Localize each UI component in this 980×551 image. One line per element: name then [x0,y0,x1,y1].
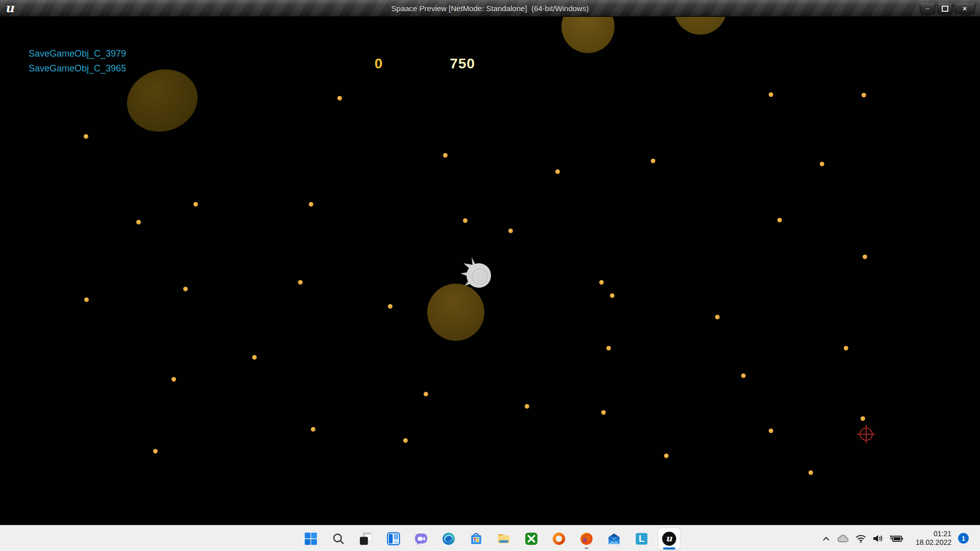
star [172,377,176,382]
star [153,449,158,454]
minimize-icon: ─ [925,6,929,12]
star [861,416,865,421]
debug-log: SaveGameObj_C_3979 SaveGameObj_C_3965 [29,46,126,76]
star [309,202,313,207]
planet [561,17,615,53]
notification-badge[interactable]: 1 [958,533,969,544]
star [715,315,720,319]
close-button[interactable]: ✕ [954,4,975,14]
star [525,404,529,409]
taskbar-l-app-button[interactable]: L [630,528,653,550]
star [424,392,428,396]
star [508,229,513,233]
star [136,220,141,224]
star [337,96,342,101]
taskbar-unreal-button[interactable]: u [658,528,680,550]
clock-time: 01:21 [916,530,951,538]
taskbar-office-button[interactable] [548,528,570,550]
game-viewport[interactable]: SaveGameObj_C_3979 SaveGameObj_C_3965 0 … [0,17,980,525]
taskbar-edge-button[interactable] [437,528,460,550]
active-window-indicator [663,547,675,549]
star [610,293,615,298]
planet [674,17,727,35]
window-controls: ─ ✕ [920,4,975,14]
player-ship [456,255,495,294]
desktop-screen: u Spaace Preview [NetMode: Standalone] (… [0,0,980,551]
star [388,304,393,309]
star [651,159,655,163]
taskbar-app-icons: L u [300,525,680,551]
star [862,93,866,97]
unreal-glyph: u [666,533,672,543]
running-indicator [585,547,589,549]
star [863,255,867,259]
chevron-up-icon[interactable] [822,536,830,542]
file-explorer-icon [497,532,510,545]
taskbar-mail-button[interactable] [603,528,625,550]
wifi-icon[interactable] [855,535,866,543]
star [601,410,606,415]
chat-icon [414,532,428,545]
taskbar-store-button[interactable] [465,528,487,550]
onedrive-cloud-icon[interactable] [837,534,849,543]
taskbar-chat-button[interactable] [410,528,432,550]
taskbar-start-button[interactable] [300,528,322,550]
star [252,355,257,360]
taskbar-firefox-button[interactable] [575,528,598,550]
firefox-icon [580,532,593,545]
score-value: 0 [375,56,383,72]
star [311,427,315,432]
star [443,153,448,158]
star [769,92,773,97]
clock-date: 18.02.2022 [916,538,951,547]
window-title: Spaace Preview [NetMode: Standalone] (64… [0,0,980,17]
star [844,346,848,350]
star [463,218,468,223]
office-icon [552,532,566,545]
maximize-icon [942,6,948,12]
taskbar-task-view-button[interactable] [355,528,377,550]
window-titlebar[interactable]: u Spaace Preview [NetMode: Standalone] (… [0,0,980,17]
debug-line: SaveGameObj_C_3979 [29,46,126,61]
notification-count: 1 [962,535,965,542]
star [84,134,88,139]
star [84,297,89,302]
battery-charging-icon[interactable] [890,535,903,543]
star [820,162,824,166]
star [777,218,782,222]
taskbar-search-button[interactable] [327,528,350,550]
star [183,287,188,291]
mail-icon [607,532,621,545]
star [193,202,198,207]
windows-start-icon [304,532,317,545]
star [808,470,813,475]
minimize-button[interactable]: ─ [920,4,935,14]
edge-icon [442,532,455,545]
maximize-button[interactable] [937,4,952,14]
star [555,169,560,174]
task-view-icon [359,532,373,545]
taskbar-widgets-button[interactable] [382,528,405,550]
xbox-icon [525,532,538,545]
crosshair-icon [855,423,877,445]
taskbar: L u [0,525,980,551]
microsoft-store-icon [470,532,483,545]
close-icon: ✕ [962,6,967,12]
star [741,373,746,378]
clock[interactable]: 01:21 18.02.2022 [916,530,951,547]
debug-line: SaveGameObj_C_3965 [29,61,126,76]
planet [119,60,206,140]
volume-icon[interactable] [873,534,884,543]
search-icon [332,532,345,545]
star [606,346,611,350]
taskbar-xbox-button[interactable] [520,528,543,550]
star [403,438,408,443]
star [664,454,669,458]
star [769,429,773,433]
widgets-icon [387,532,400,545]
star [599,280,604,285]
l-app-glyph: L [639,533,645,544]
system-tray [822,525,903,551]
highscore-value: 750 [450,56,475,72]
taskbar-file-explorer-button[interactable] [493,528,515,550]
